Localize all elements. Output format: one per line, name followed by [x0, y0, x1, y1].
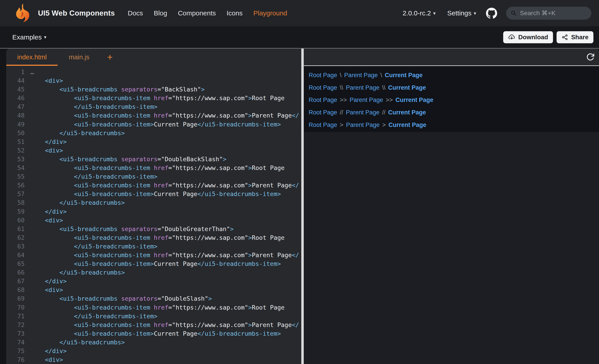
code-line[interactable]: 58 </ui5-breadcrumbs>	[6, 198, 301, 207]
nav-docs[interactable]: Docs	[128, 9, 143, 17]
tab-index-html[interactable]: index.html	[6, 49, 58, 66]
preview-empty-area	[304, 132, 599, 364]
search-box[interactable]	[506, 7, 591, 20]
line-number: 64	[6, 251, 25, 259]
chevron-down-icon: ▾	[433, 10, 436, 16]
breadcrumb-link[interactable]: Root Page	[309, 122, 337, 128]
breadcrumb-link[interactable]: Parent Page	[346, 84, 379, 91]
github-icon[interactable]	[486, 8, 497, 19]
code-text: <div>	[30, 146, 63, 155]
code-line[interactable]: 49 <ui5-breadcrumbs-item>Current Page</u…	[6, 120, 301, 129]
code-text: <ui5-breadcrumbs separators="DoubleSlash…	[30, 294, 212, 303]
code-line[interactable]: 73 <ui5-breadcrumbs-item>Current Page</u…	[6, 329, 301, 338]
code-text: </div>	[30, 137, 67, 146]
ui5-phoenix-logo-icon[interactable]	[12, 3, 34, 24]
line-number: 68	[6, 286, 25, 294]
refresh-icon	[586, 53, 595, 62]
code-text: </ui5-breadcrumbs>	[30, 129, 125, 137]
code-text: <ui5-breadcrumbs-item>Current Page</ui5-…	[30, 190, 281, 198]
code-line[interactable]: 64 <ui5-breadcrumbs-item href="https://w…	[6, 251, 301, 259]
code-line[interactable]: 59 </div>	[6, 207, 301, 216]
breadcrumb-separator: >	[340, 122, 344, 128]
code-line[interactable]: 61 <ui5-breadcrumbs separators="DoubleGr…	[6, 225, 301, 233]
add-file-button[interactable]: +	[100, 49, 119, 66]
line-number: 51	[6, 137, 25, 146]
breadcrumb-link[interactable]: Root Page	[309, 84, 337, 91]
code-text: <ui5-breadcrumbs-item href="https://www.…	[30, 111, 299, 120]
code-line[interactable]: 45 <ui5-breadcrumbs separators="BackSlas…	[6, 85, 301, 94]
code-line[interactable]: 72 <ui5-breadcrumbs-item href="https://w…	[6, 321, 301, 329]
code-line[interactable]: 62 <ui5-breadcrumbs-item href="https://w…	[6, 233, 301, 242]
search-input[interactable]	[520, 9, 587, 17]
code-line[interactable]: 1…	[6, 68, 301, 76]
breadcrumbs-row: Root Page\Parent Page\Current Page	[309, 69, 599, 82]
nav-icons[interactable]: Icons	[227, 9, 243, 17]
code-line[interactable]: 50 </ui5-breadcrumbs>	[6, 129, 301, 137]
code-line[interactable]: 60 <div>	[6, 216, 301, 225]
tab-main-js[interactable]: main.js	[58, 49, 100, 66]
split-drag-handle[interactable]	[301, 49, 304, 364]
code-line[interactable]: 66 </ui5-breadcrumbs>	[6, 268, 301, 277]
tab-label: index.html	[17, 53, 47, 61]
download-button[interactable]: Download	[503, 31, 553, 43]
code-line[interactable]: 52 <div>	[6, 146, 301, 155]
breadcrumb-current-page: Current Page	[388, 122, 426, 128]
code-line[interactable]: 57 <ui5-breadcrumbs-item>Current Page</u…	[6, 190, 301, 198]
code-text: …	[30, 68, 34, 76]
nav-components[interactable]: Components	[178, 9, 216, 17]
breadcrumb-separator: >>	[386, 97, 393, 103]
code-line[interactable]: 48 <ui5-breadcrumbs-item href="https://w…	[6, 111, 301, 120]
code-text: </div>	[30, 207, 67, 216]
line-number: 55	[6, 172, 25, 181]
preview-content: Root Page\Parent Page\Current PageRoot P…	[304, 66, 599, 132]
code-line[interactable]: 55 </ui5-breadcrumbs-item>	[6, 172, 301, 181]
breadcrumb-link[interactable]: Root Page	[309, 72, 337, 79]
breadcrumb-link[interactable]: Parent Page	[346, 109, 379, 116]
code-line[interactable]: 68 <div>	[6, 286, 301, 294]
chevron-down-icon: ▾	[474, 10, 476, 16]
line-number: 54	[6, 163, 25, 172]
code-line[interactable]: 75 </div>	[6, 347, 301, 355]
code-text: <div>	[30, 76, 63, 85]
code-text: <ui5-breadcrumbs-item href="https://www.…	[30, 251, 299, 259]
code-line[interactable]: 70 <ui5-breadcrumbs-item href="https://w…	[6, 303, 301, 312]
line-number: 61	[6, 225, 25, 233]
code-line[interactable]: 51 </div>	[6, 137, 301, 146]
line-number: 72	[6, 321, 25, 329]
breadcrumb-link[interactable]: Root Page	[309, 109, 337, 116]
nav-playground[interactable]: Playground	[253, 9, 287, 17]
code-line[interactable]: 63 </ui5-breadcrumbs-item>	[6, 242, 301, 251]
version-dropdown[interactable]: 2.0.0-rc.2 ▾	[403, 9, 436, 17]
line-number: 63	[6, 242, 25, 251]
code-line[interactable]: 56 <ui5-breadcrumbs-item href="https://w…	[6, 181, 301, 190]
code-editor-panel: index.html main.js + 1…44 <div>45 <ui5-b…	[6, 49, 301, 364]
breadcrumb-link[interactable]: Parent Page	[344, 72, 378, 79]
code-line[interactable]: 44 <div>	[6, 76, 301, 85]
code-line[interactable]: 54 <ui5-breadcrumbs-item href="https://w…	[6, 163, 301, 172]
nav-blog[interactable]: Blog	[154, 9, 167, 17]
breadcrumb-link[interactable]: Root Page	[309, 97, 337, 103]
line-number: 75	[6, 347, 25, 355]
line-number: 48	[6, 111, 25, 120]
breadcrumbs-row: Root Page>>Parent Page>>Current Page	[309, 94, 599, 106]
breadcrumb-link[interactable]: Parent Page	[346, 122, 379, 128]
code-line[interactable]: 67 </div>	[6, 277, 301, 286]
line-number: 47	[6, 102, 25, 111]
refresh-button[interactable]	[585, 52, 595, 62]
examples-dropdown[interactable]: Examples ▾	[12, 34, 46, 41]
code-line[interactable]: 53 <ui5-breadcrumbs separators="DoubleBa…	[6, 155, 301, 163]
share-button[interactable]: Share	[556, 31, 593, 43]
code-line[interactable]: 76 <div>	[6, 355, 301, 364]
code-line[interactable]: 46 <ui5-breadcrumbs-item href="https://w…	[6, 94, 301, 102]
code-line[interactable]: 74 </ui5-breadcrumbs>	[6, 338, 301, 347]
code-line[interactable]: 71 </ui5-breadcrumbs-item>	[6, 312, 301, 321]
code-lines[interactable]: 1…44 <div>45 <ui5-breadcrumbs separators…	[6, 66, 301, 364]
share-label: Share	[571, 34, 589, 41]
breadcrumb-link[interactable]: Parent Page	[350, 97, 383, 103]
share-icon	[562, 34, 568, 41]
code-line[interactable]: 69 <ui5-breadcrumbs separators="DoubleSl…	[6, 294, 301, 303]
code-text: <div>	[30, 355, 63, 364]
code-line[interactable]: 65 <ui5-breadcrumbs-item>Current Page</u…	[6, 259, 301, 268]
settings-dropdown[interactable]: Settings ▾	[447, 9, 476, 17]
code-line[interactable]: 47 </ui5-breadcrumbs-item>	[6, 102, 301, 111]
